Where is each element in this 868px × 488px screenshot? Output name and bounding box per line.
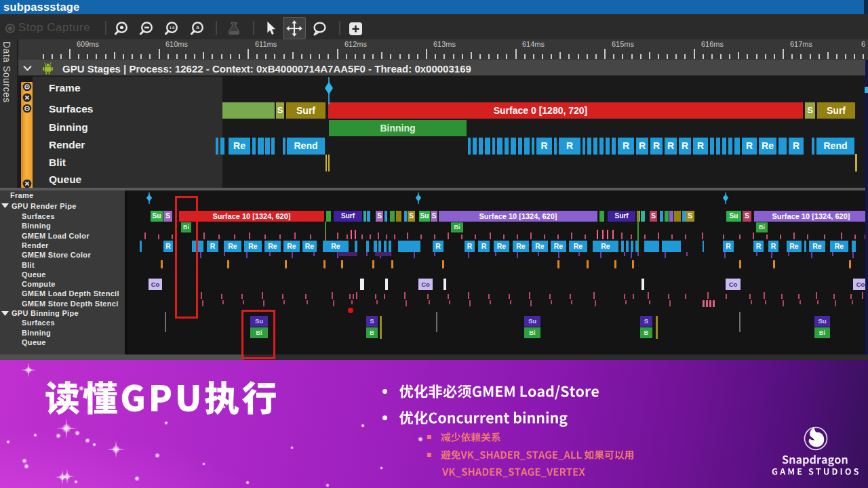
svg-text:1.0: 1.0 [170, 26, 175, 30]
svg-text:A: A [196, 25, 199, 30]
